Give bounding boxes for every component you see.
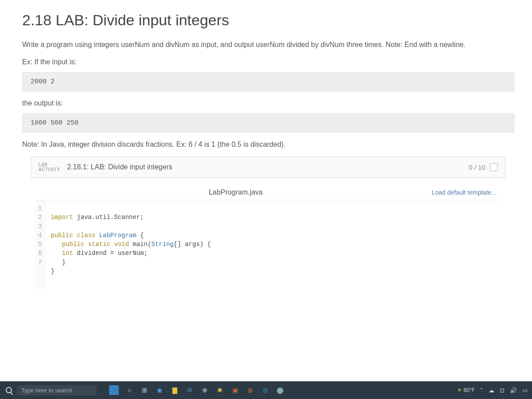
code-editor[interactable]: 1 2 3 4 5 6 7 import java.util.Scanner; … <box>35 200 501 289</box>
activity-right: 0 / 10 <box>469 163 498 171</box>
code-line[interactable]: } <box>51 259 66 266</box>
line-number: 5 <box>38 240 42 249</box>
taskbar-right: ☀ 80°F ˄ ☁ ⊡ 🔊 ▭ <box>457 387 528 394</box>
volume-icon[interactable]: 🔊 <box>510 387 517 394</box>
taskbar-pinned: ○ ⊞ ◉ ▇ ✉ ⊕ ✱ ▣ ◍ ◎ ⬤ <box>109 385 285 395</box>
office-icon[interactable]: ◍ <box>246 386 254 395</box>
page-content: 2.18 LAB: Divide input integers Write a … <box>0 0 532 381</box>
load-template-link[interactable]: Load default template... <box>432 189 497 196</box>
code-area[interactable]: import java.util.Scanner; public class L… <box>46 200 215 289</box>
code-line[interactable] <box>51 223 54 230</box>
activity-score: 0 / 10 <box>469 164 485 171</box>
taskbar: Type here to search ○ ⊞ ◉ ▇ ✉ ⊕ ✱ ▣ ◍ ◎ … <box>0 381 532 399</box>
taskbar-left: Type here to search ○ ⊞ ◉ ▇ ✉ ⊕ ✱ ▣ ◍ ◎ … <box>4 385 285 395</box>
explorer-icon[interactable]: ▇ <box>170 386 179 395</box>
cortana-icon[interactable]: ○ <box>125 386 134 395</box>
onedrive-icon[interactable]: ☁ <box>489 387 494 394</box>
example-input-box: 2000 2 <box>22 72 514 91</box>
editor-filename: LabProgram.java <box>209 188 263 196</box>
app2-icon[interactable]: ⬤ <box>276 386 285 395</box>
store-icon[interactable]: ⊕ <box>200 386 209 395</box>
note-text: Note: In Java, integer division discards… <box>22 141 514 149</box>
editor-header: LabProgram.java Load default template... <box>35 188 501 196</box>
app-icon[interactable]: ▣ <box>231 386 239 395</box>
example-intro: Ex: If the input is: <box>22 58 514 66</box>
page-title: 2.18 LAB: Divide input integers <box>22 12 514 29</box>
code-line[interactable]: public class LabProgram { <box>51 232 144 239</box>
activity-badge-line1: LAB <box>39 162 60 167</box>
code-line[interactable]: int dividend = userNum; <box>51 250 147 257</box>
problem-description: Write a program using integers userNum a… <box>22 39 514 50</box>
activity-badge: LAB ACTIVITY <box>39 162 60 172</box>
sun-icon: ☀ <box>457 387 462 393</box>
activity-title: 2.18.1: LAB: Divide input integers <box>67 163 172 171</box>
activity-bar: LAB ACTIVITY 2.18.1: LAB: Divide input i… <box>31 156 505 178</box>
taskbar-search[interactable]: Type here to search <box>17 385 97 395</box>
weather-temp: 80°F <box>464 387 475 393</box>
score-checkbox[interactable] <box>490 163 498 171</box>
activity-left: LAB ACTIVITY 2.18.1: LAB: Divide input i… <box>39 162 172 172</box>
code-line[interactable]: } <box>51 268 54 275</box>
line-number: 7 <box>38 258 42 267</box>
example-output-box: 1000 500 250 <box>22 113 514 133</box>
search-icon[interactable] <box>4 386 13 395</box>
line-gutter: 1 2 3 4 5 6 7 <box>35 200 46 289</box>
output-intro: the output is: <box>22 99 514 107</box>
task-view-icon[interactable]: ⊞ <box>140 386 149 395</box>
code-line[interactable]: public static void main(String[] args) { <box>51 241 211 248</box>
line-number: 6 <box>38 249 42 258</box>
line-number: 4 <box>38 231 42 240</box>
edge-icon[interactable]: ◉ <box>155 386 164 395</box>
news-icon[interactable] <box>109 385 119 395</box>
battery-icon[interactable]: ▭ <box>522 387 528 394</box>
weather-widget[interactable]: ☀ 80°F <box>457 387 475 393</box>
code-line[interactable]: import java.util.Scanner; <box>51 214 144 221</box>
chrome-icon[interactable]: ◎ <box>261 386 270 395</box>
network-icon[interactable]: ⊡ <box>500 387 505 394</box>
mail-icon[interactable]: ✉ <box>185 386 194 395</box>
activity-badge-line2: ACTIVITY <box>39 167 60 172</box>
chevron-up-icon[interactable]: ˄ <box>480 387 483 394</box>
line-number: 3 <box>38 222 42 231</box>
line-number: 1 <box>38 204 42 213</box>
slack-icon[interactable]: ✱ <box>215 386 224 395</box>
line-number: 2 <box>38 213 42 222</box>
